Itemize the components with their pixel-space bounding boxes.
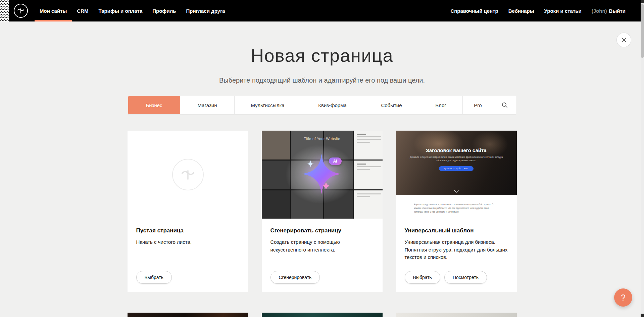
- template-card-partial-3[interactable]: [396, 313, 517, 317]
- small-sparkle-icon: [321, 181, 331, 190]
- template-hero-section: Заголовок вашего сайта Добавьте интересн…: [396, 131, 517, 195]
- tilda-zigzag-pattern: [0, 0, 9, 21]
- card-title: Сгенерировать страницу: [270, 227, 374, 234]
- close-icon: [621, 37, 627, 43]
- blank-page-preview[interactable]: [128, 131, 248, 219]
- card-title: Универсальный шаблон: [405, 227, 508, 234]
- nav-profile[interactable]: Профиль: [147, 0, 181, 21]
- card-description: Универсальная страница для бизнеса. Поня…: [405, 238, 508, 261]
- nav-my-sites[interactable]: Мои сайты: [35, 0, 72, 21]
- template-card-universal: Заголовок вашего сайта Добавьте интересн…: [396, 131, 517, 292]
- universal-template-preview[interactable]: Заголовок вашего сайта Добавьте интересн…: [396, 131, 517, 219]
- template-card-ai-generate: Title of Your Website: [262, 131, 383, 292]
- card-body: Универсальный шаблон Универсальная стран…: [396, 219, 517, 292]
- nav-lessons-articles[interactable]: Уроки и статьи: [539, 0, 587, 21]
- tilda-logo[interactable]: [14, 4, 28, 18]
- template-text-section: Коротко представьтесь и расскажите о ком…: [396, 195, 517, 214]
- template-cards-row-1: Пустая страница Начать с чистого листа. …: [128, 131, 517, 292]
- scroll-down-arrow[interactable]: [641, 314, 644, 317]
- card-body: Сгенерировать страницу Создать страницу …: [262, 219, 383, 292]
- nav-webinars[interactable]: Вебинары: [503, 0, 539, 21]
- navbar-left-menu: Мои сайты CRM Тарифы и оплата Профиль Пр…: [35, 0, 230, 21]
- nav-crm[interactable]: CRM: [72, 0, 93, 21]
- logout-label: Выйти: [609, 8, 626, 14]
- card-actions: Выбрать Посмотреть: [405, 271, 508, 284]
- nav-invite-friend[interactable]: Пригласи друга: [181, 0, 230, 21]
- chevron-down-icon: [454, 190, 459, 193]
- template-category-tabs: Бизнес Магазин Мультиссылка Квиз-форма С…: [128, 96, 516, 115]
- scrollbar-thumb[interactable]: [641, 4, 644, 58]
- nav-help-center[interactable]: Справочный центр: [445, 0, 503, 21]
- tilda-dashboard: Мои сайты CRM Тарифы и оплата Профиль Пр…: [0, 0, 644, 317]
- help-button[interactable]: ?: [614, 288, 632, 307]
- template-card-partial-1[interactable]: [128, 313, 248, 317]
- card-title: Пустая страница: [136, 227, 240, 234]
- template-hero-title: Заголовок вашего сайта: [426, 147, 486, 153]
- tab-blog[interactable]: Блог: [419, 96, 463, 114]
- scroll-up-arrow[interactable]: [641, 0, 644, 3]
- template-card-partial-2[interactable]: [262, 313, 383, 317]
- tab-search[interactable]: [493, 96, 516, 114]
- vertical-scrollbar[interactable]: [641, 0, 644, 317]
- search-icon: [502, 102, 508, 108]
- nav-tariffs[interactable]: Тарифы и оплата: [93, 0, 147, 21]
- select-blank-button[interactable]: Выбрать: [136, 271, 172, 284]
- logout-username: (John): [592, 8, 607, 14]
- tilda-logo-icon: [16, 6, 25, 15]
- generate-button[interactable]: Сгенерировать: [270, 271, 320, 284]
- mosaic-website-title: Title of Your Website: [262, 137, 383, 141]
- card-body: Пустая страница Начать с чистого листа. …: [128, 219, 248, 292]
- preview-universal-button[interactable]: Посмотреть: [444, 271, 487, 284]
- page-subtitle: Выберите подходящий шаблон и адаптируйте…: [0, 77, 644, 84]
- tab-quiz-form[interactable]: Квиз-форма: [301, 96, 364, 114]
- tab-event[interactable]: Событие: [364, 96, 419, 114]
- ai-badge: AI: [329, 157, 342, 165]
- template-cards-row-2: [128, 313, 517, 317]
- card-actions: Сгенерировать: [270, 271, 374, 284]
- tilda-watermark-icon: [172, 159, 204, 190]
- small-sparkle-icon: [307, 160, 314, 168]
- nav-logout[interactable]: (John) Выйти: [587, 0, 631, 21]
- tab-shop[interactable]: Магазин: [180, 96, 235, 114]
- tab-multilink[interactable]: Мультиссылка: [235, 96, 301, 114]
- template-card-blank-page: Пустая страница Начать с чистого листа. …: [128, 131, 248, 292]
- template-hero-button: Целевое действие: [439, 166, 474, 171]
- ai-generate-preview[interactable]: Title of Your Website: [262, 131, 383, 219]
- tab-business[interactable]: Бизнес: [128, 96, 180, 114]
- close-button[interactable]: [616, 33, 631, 47]
- top-navbar: Мои сайты CRM Тарифы и оплата Профиль Пр…: [0, 0, 644, 21]
- select-universal-button[interactable]: Выбрать: [405, 271, 440, 284]
- navbar-right-menu: Справочный центр Вебинары Уроки и статьи…: [445, 0, 631, 21]
- card-description: Создать страницу с помощью искусственног…: [270, 238, 374, 254]
- card-actions: Выбрать: [136, 271, 240, 284]
- template-hero-subtitle: Добавьте интересные подробности о вашей …: [408, 155, 505, 163]
- template-body-text: Коротко представьтесь и расскажите о ком…: [414, 202, 499, 214]
- card-description: Начать с чистого листа.: [136, 238, 240, 246]
- tab-pro[interactable]: Pro: [463, 96, 493, 114]
- page-title: Новая страница: [0, 45, 644, 66]
